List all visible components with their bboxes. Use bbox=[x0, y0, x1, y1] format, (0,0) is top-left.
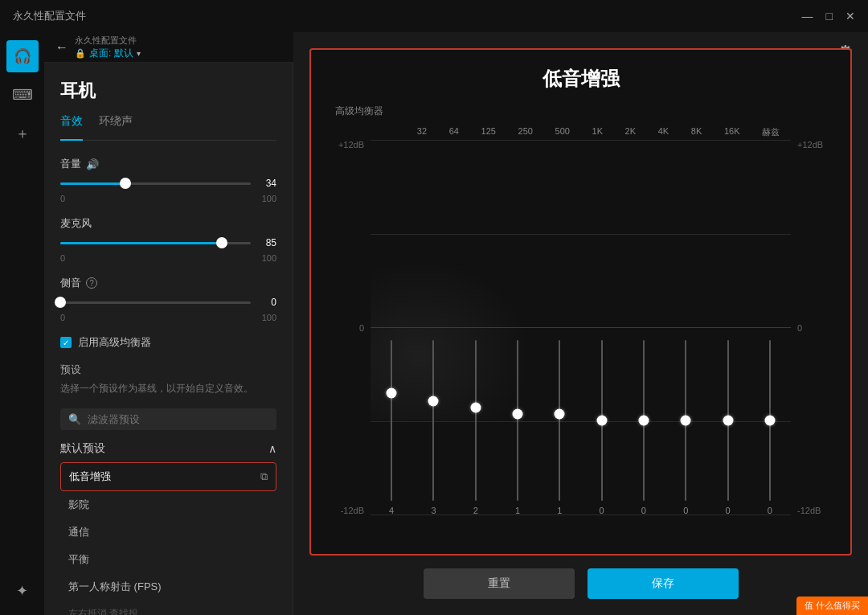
mic-control: 麦克风 85 0 100 bbox=[60, 216, 276, 263]
freq-4k: 4K bbox=[658, 126, 669, 138]
eq-channel-track-16K bbox=[769, 340, 771, 501]
sidetone-slider[interactable] bbox=[60, 295, 251, 310]
mic-slider[interactable] bbox=[60, 236, 251, 250]
sidetone-min: 0 bbox=[60, 313, 65, 322]
volume-min: 0 bbox=[60, 194, 65, 203]
freq-250: 250 bbox=[518, 126, 533, 138]
preset-section: 预设 选择一个预设作为基线，以开始自定义音效。 bbox=[60, 363, 276, 396]
db-top-right: +12dB bbox=[797, 140, 823, 150]
tab-surround[interactable]: 环绕声 bbox=[99, 114, 133, 133]
eq-channel-track-64 bbox=[432, 340, 434, 501]
eq-channel-track-1K bbox=[601, 340, 603, 501]
eq-channel-track-125 bbox=[475, 340, 477, 501]
eq-sliders-row: 4321100000 bbox=[371, 140, 791, 538]
freq-labels-row: 32 64 125 250 500 1K 2K 4K 8K 16K 赫兹 bbox=[335, 126, 826, 138]
settings-panel: 耳机 音效 环绕声 音量 🔊 34 bbox=[44, 63, 293, 615]
freq-16k: 16K bbox=[724, 126, 740, 138]
search-row[interactable]: 🔍 bbox=[60, 408, 276, 430]
sidebar-item-headphones[interactable]: 🎧 bbox=[6, 40, 39, 72]
eq-thumb-2K[interactable] bbox=[638, 416, 649, 426]
sidetone-value: 0 bbox=[257, 297, 276, 308]
preset-item-balance[interactable]: 平衡 bbox=[60, 546, 276, 573]
eq-channel-track-500 bbox=[559, 340, 560, 501]
eq-channel-2K[interactable]: 0 bbox=[636, 340, 652, 515]
eq-thumb-250[interactable] bbox=[513, 409, 523, 420]
db-labels-left: +12dB 0 -12dB bbox=[335, 140, 371, 538]
mic-max: 100 bbox=[262, 253, 276, 263]
eq-value-125: 2 bbox=[473, 506, 478, 515]
eq-panel: 低音增强 高级均衡器 32 64 125 250 500 1K 2K 4K 8K… bbox=[309, 48, 852, 556]
tab-audio[interactable]: 音效 bbox=[60, 114, 83, 141]
back-button[interactable]: ← bbox=[55, 40, 68, 55]
preset-item-bass-boost[interactable]: 低音增强 ⧉ bbox=[60, 462, 276, 491]
save-button[interactable]: 保存 bbox=[588, 568, 739, 599]
db-labels-right: +12dB 0 -12dB bbox=[791, 140, 826, 538]
profile-title: 永久性配置文件 bbox=[75, 35, 141, 47]
freq-125: 125 bbox=[481, 126, 496, 138]
db-bot-left: -12dB bbox=[341, 506, 364, 515]
freq-64: 64 bbox=[449, 126, 459, 138]
eq-channel-1K[interactable]: 0 bbox=[594, 340, 610, 515]
eq-channel-125[interactable]: 2 bbox=[468, 340, 484, 515]
preset-item-cinema[interactable]: 影院 bbox=[60, 491, 276, 519]
titlebar: 永久性配置文件 — □ ✕ bbox=[0, 0, 868, 32]
preset-item-last[interactable]: 左右抵消 查找投 bbox=[60, 601, 276, 615]
eq-thumb-16K[interactable] bbox=[764, 416, 775, 426]
equalizer-checkbox[interactable]: ✓ bbox=[60, 337, 72, 348]
eq-channel-16K[interactable]: 0 bbox=[762, 340, 778, 515]
eq-thumb-4K[interactable] bbox=[681, 416, 691, 426]
eq-value-1K: 0 bbox=[600, 506, 604, 515]
eq-channel-track-32 bbox=[391, 340, 392, 501]
volume-slider[interactable] bbox=[60, 176, 251, 191]
close-button[interactable]: ✕ bbox=[845, 10, 855, 23]
eq-channel-500[interactable]: 1 bbox=[551, 340, 567, 515]
db-bot-right: -12dB bbox=[797, 506, 821, 515]
sidebar-item-brightness[interactable]: ✦ bbox=[6, 575, 39, 607]
freq-hz: 赫兹 bbox=[762, 126, 780, 138]
eq-channel-32[interactable]: 4 bbox=[383, 340, 399, 515]
reset-button[interactable]: 重置 bbox=[424, 568, 575, 599]
eq-thumb-125[interactable] bbox=[470, 403, 481, 413]
volume-icon: 🔊 bbox=[86, 158, 99, 170]
preset-label: 预设 bbox=[60, 363, 276, 377]
maximize-button[interactable]: □ bbox=[826, 10, 833, 23]
profile-header: ← 永久性配置文件 🔒 桌面: 默认 ▾ bbox=[44, 32, 293, 63]
mic-value: 85 bbox=[257, 237, 276, 248]
eq-channel-track-4K bbox=[685, 340, 686, 501]
eq-channel-64[interactable]: 3 bbox=[425, 340, 441, 515]
eq-thumb-32[interactable] bbox=[387, 388, 397, 399]
eq-channel-4K[interactable]: 0 bbox=[678, 340, 694, 515]
sidetone-help-icon[interactable]: ? bbox=[86, 277, 97, 289]
eq-channel-track-2K bbox=[643, 340, 645, 501]
eq-value-32: 4 bbox=[389, 506, 394, 515]
default-preset-header[interactable]: 默认预设 ∧ bbox=[60, 441, 276, 456]
sidebar-item-add[interactable]: ＋ bbox=[6, 117, 39, 150]
eq-thumb-8K[interactable] bbox=[723, 416, 733, 426]
eq-value-4K: 0 bbox=[683, 506, 688, 515]
watermark: 值 什么值得买 bbox=[796, 597, 868, 615]
eq-value-500: 1 bbox=[557, 506, 562, 515]
sidetone-label: 侧音 bbox=[60, 276, 81, 290]
eq-value-64: 3 bbox=[431, 506, 436, 515]
search-input[interactable] bbox=[88, 413, 268, 425]
minimize-button[interactable]: — bbox=[802, 10, 813, 23]
eq-thumb-500[interactable] bbox=[555, 409, 565, 420]
sidetone-control: 侧音 ? 0 0 100 bbox=[60, 276, 276, 322]
eq-thumb-64[interactable] bbox=[428, 396, 439, 407]
eq-subtitle: 高级均衡器 bbox=[335, 105, 826, 118]
eq-thumb-1K[interactable] bbox=[596, 416, 607, 426]
eq-channel-250[interactable]: 1 bbox=[510, 340, 526, 515]
sidebar-item-keyboard[interactable]: ⌨ bbox=[6, 79, 39, 111]
chevron-up-icon: ∧ bbox=[268, 442, 276, 455]
preset-desc: 选择一个预设作为基线，以开始自定义音效。 bbox=[60, 382, 276, 396]
db-mid-right: 0 bbox=[797, 323, 802, 333]
chevron-down-icon[interactable]: ▾ bbox=[137, 49, 141, 58]
panel-title: 耳机 bbox=[60, 79, 276, 103]
eq-channel-track-250 bbox=[517, 340, 518, 501]
preset-item-communication[interactable]: 通信 bbox=[60, 519, 276, 546]
copy-icon[interactable]: ⧉ bbox=[260, 470, 268, 483]
volume-control: 音量 🔊 34 0 100 bbox=[60, 157, 276, 203]
eq-channel-8K[interactable]: 0 bbox=[720, 340, 736, 515]
preset-item-fps[interactable]: 第一人称射击 (FPS) bbox=[60, 573, 276, 601]
equalizer-checkbox-row[interactable]: ✓ 启用高级均衡器 bbox=[60, 335, 276, 350]
